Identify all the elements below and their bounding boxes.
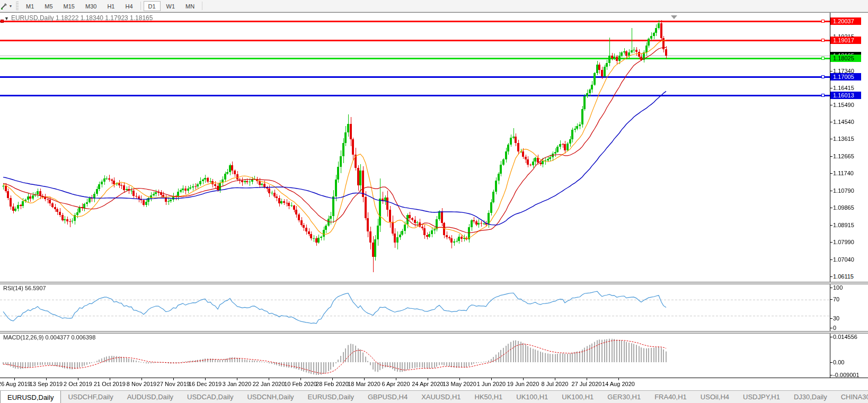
price-tick-label: 1.09865: [833, 204, 854, 211]
date-tick-mark: [618, 378, 619, 380]
symbol-tab-dj30-daily-15[interactable]: DJ30,Daily: [787, 391, 834, 403]
price-tick-mark: [830, 122, 832, 122]
chart-window: ▼EURUSD,Daily 1.18222 1.18340 1.17923 1.…: [0, 12, 868, 390]
date-label: 3 Jan 2020: [223, 381, 251, 387]
symbol-tab-hk50-h1-8[interactable]: HK50,H1: [468, 391, 510, 403]
date-tick-mark: [459, 378, 460, 380]
chart-shift-marker-icon[interactable]: [671, 15, 677, 19]
date-label: 16 Dec 2019: [189, 381, 222, 387]
price-tick-label: 1.12665: [833, 153, 854, 159]
title-collapse-icon[interactable]: ▼: [4, 16, 9, 21]
timeframe-toolbar: ▾ M1M5M15M30H1H4D1W1MN: [0, 0, 868, 12]
price-badge-1.17005: 1.17005: [830, 73, 861, 80]
price-badge-1.20037: 1.20037: [830, 17, 861, 25]
tool-dropdown-caret[interactable]: ▾: [10, 4, 12, 8]
symbol-tab-usdchf-daily-1[interactable]: USDCHF,Daily: [61, 391, 120, 403]
price-tick-label: 1.11740: [833, 170, 854, 176]
price-tick-label: 1.16415: [833, 85, 854, 91]
price-badge-1.16013: 1.16013: [830, 92, 861, 99]
price-tick-mark: [830, 139, 832, 139]
rsi-panel-splitter[interactable]: [0, 282, 868, 284]
rsi-indicator-label: RSI(14) 56.5907: [3, 285, 46, 291]
price-tick-mark: [830, 156, 832, 157]
date-label: 21 Oct 2019: [94, 381, 126, 387]
date-label: 8 Jul 2020: [542, 381, 569, 387]
timeframe-button-m15[interactable]: M15: [59, 1, 79, 11]
symbol-tab-usoil-h4-13[interactable]: USOil,H4: [694, 391, 736, 403]
date-label: 10 Feb 2020: [284, 381, 317, 387]
date-tick-mark: [205, 378, 206, 380]
date-tick-mark: [428, 378, 428, 380]
timeframe-button-d1[interactable]: D1: [144, 1, 161, 11]
toolbar-separator: [140, 2, 141, 10]
date-tick-mark: [46, 378, 47, 380]
date-label: 13 May 2020: [442, 381, 476, 387]
date-tick-mark: [364, 378, 365, 380]
toolbar-grip[interactable]: [16, 2, 19, 10]
symbol-tab-uk100-h1-9[interactable]: UK100,H1: [509, 391, 555, 403]
price-tick-mark: [830, 259, 832, 260]
macd-axis-label: 0.00: [833, 359, 844, 365]
rsi-tick-mark: [830, 299, 832, 300]
macd-panel-splitter[interactable]: [0, 331, 868, 334]
rsi-tick-mark: [830, 288, 832, 288]
price-chart-canvas[interactable]: [0, 13, 830, 391]
date-label: 18 Mar 2020: [348, 381, 380, 387]
price-tick-label: 1.13615: [833, 136, 854, 142]
price-tick-label: 1.07040: [833, 256, 854, 263]
date-tick-mark: [491, 378, 492, 380]
symbol-tab-china300-h1-16[interactable]: CHINA300,H1: [834, 391, 868, 403]
timeframe-button-h1[interactable]: H1: [102, 1, 119, 11]
date-tick-mark: [269, 378, 269, 380]
macd-indicator-label: MACD(12,26,9) 0.004377 0.006398: [3, 334, 95, 341]
date-tick-mark: [78, 378, 78, 380]
price-tick-label: 1.07990: [833, 239, 854, 245]
price-tick-mark: [830, 191, 832, 191]
symbol-tab-uk100-h1-10[interactable]: UK100,H1: [555, 391, 600, 403]
rsi-axis-label: 30: [833, 315, 839, 321]
date-tick-mark: [141, 378, 142, 380]
timeframe-button-h4[interactable]: H4: [120, 1, 137, 11]
price-tick-mark: [830, 105, 832, 105]
rsi-tick-mark: [830, 318, 832, 319]
rsi-tick-mark: [830, 328, 832, 328]
date-tick-mark: [14, 378, 15, 380]
price-badge-1.19017: 1.19017: [830, 37, 861, 44]
date-label: 24 Apr 2020: [412, 381, 443, 387]
symbol-tab-eurusd-daily-0[interactable]: EURUSD,Daily: [0, 390, 61, 403]
price-tick-mark: [830, 208, 832, 208]
timeframe-buttons: M1M5M15M30H1H4D1W1MN: [21, 1, 205, 11]
timeframe-button-m30[interactable]: M30: [81, 1, 101, 11]
price-tick-label: 1.14540: [833, 119, 854, 125]
chart-title: ▼EURUSD,Daily 1.18222 1.18340 1.17923 1.…: [4, 14, 153, 22]
symbol-tab-ger30-h1-11[interactable]: GER30,H1: [600, 391, 648, 403]
date-axis-line: [0, 378, 868, 378]
chart-title-text: EURUSD,Daily 1.18222 1.18340 1.17923 1.1…: [11, 14, 153, 22]
date-label: 27 Jul 2020: [572, 381, 602, 387]
symbol-tab-usdcnh-daily-4[interactable]: USDCNH,Daily: [240, 391, 300, 403]
timeframe-button-w1[interactable]: W1: [162, 1, 180, 11]
price-tick-mark: [830, 225, 832, 226]
date-label: 14 Aug 2020: [602, 381, 635, 387]
timeframe-button-mn[interactable]: MN: [181, 1, 199, 11]
symbol-tab-eurusd-daily-5[interactable]: EURUSD,Daily: [301, 391, 361, 403]
price-axis-line: [830, 13, 830, 378]
symbol-tab-audusd-daily-2[interactable]: AUDUSD,Daily: [120, 391, 180, 403]
date-tick-mark: [587, 378, 587, 380]
timeframe-button-m5[interactable]: M5: [40, 1, 57, 11]
date-tick-mark: [523, 378, 524, 380]
symbol-tab-usdcad-daily-3[interactable]: USDCAD,Daily: [180, 391, 240, 403]
date-label: 27 Nov 2019: [157, 381, 190, 387]
macd-axis-label: 0.014556: [833, 334, 857, 340]
symbol-tab-usdjpy-h1-14[interactable]: USDJPY,H1: [736, 391, 787, 403]
date-tick-mark: [300, 378, 301, 380]
symbol-tab-bar: EURUSD,DailyUSDCHF,DailyAUDUSD,DailyUSDC…: [0, 390, 868, 403]
price-tick-mark: [830, 71, 832, 71]
symbol-tab-gbpusd-h4-6[interactable]: GBPUSD,H4: [361, 391, 414, 403]
rsi-axis-label: 100: [833, 284, 843, 291]
date-tick-mark: [110, 378, 110, 380]
symbol-tab-fra40-h1-12[interactable]: FRA40,H1: [648, 391, 694, 403]
timeframe-button-m1[interactable]: M1: [21, 1, 39, 11]
cursor-tool-button[interactable]: ▾: [0, 0, 14, 12]
symbol-tab-xauusd-h1-7[interactable]: XAUUSD,H1: [414, 391, 467, 403]
